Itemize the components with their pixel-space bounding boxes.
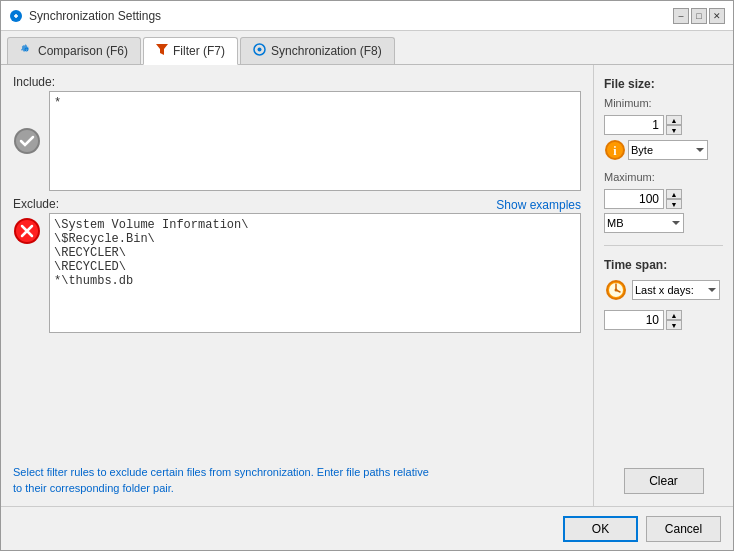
content-area: Include: * Exclude: Show exa	[1, 65, 733, 506]
ok-button[interactable]: OK	[563, 516, 638, 542]
exclude-section: Exclude: Show examples \System Volume In…	[13, 197, 581, 457]
svg-point-3	[258, 48, 262, 52]
tab-sync-label: Synchronization (F8)	[271, 44, 382, 58]
svg-marker-1	[156, 44, 168, 55]
timespan-select[interactable]: Last x days: Last x hours: None	[632, 280, 720, 300]
check-circle-icon	[13, 127, 41, 155]
timespan-num-input[interactable]	[604, 310, 664, 330]
x-circle-icon	[13, 217, 41, 245]
app-icon	[9, 9, 23, 23]
title-bar: Synchronization Settings – □ ✕	[1, 1, 733, 31]
timespan-spin-down[interactable]: ▼	[666, 320, 682, 330]
spacer	[604, 334, 723, 464]
exclude-label: Exclude:	[13, 197, 59, 211]
tab-synchronization[interactable]: Synchronization (F8)	[240, 37, 395, 64]
bottom-bar: OK Cancel	[1, 506, 733, 550]
minimum-unit-select[interactable]: Byte KB MB GB	[628, 140, 708, 160]
clock-icon	[604, 278, 628, 302]
hint-text: Select filter rules to exclude certain f…	[13, 465, 581, 496]
include-section: Include: *	[13, 75, 581, 191]
maximum-spin-buttons: ▲ ▼	[666, 189, 682, 209]
exclude-content: \System Volume Information\ \$Recycle.Bi…	[13, 213, 581, 457]
cancel-button[interactable]: Cancel	[646, 516, 721, 542]
sync-gear-icon	[253, 43, 266, 59]
minimum-unit-row: i Byte KB MB GB	[604, 139, 723, 161]
tab-comparison[interactable]: Comparison (F6)	[7, 37, 141, 64]
window-title: Synchronization Settings	[29, 9, 161, 23]
file-size-label: File size:	[604, 77, 723, 91]
minimum-spin-buttons: ▲ ▼	[666, 115, 682, 135]
maximum-label: Maximum:	[604, 171, 723, 183]
right-panel: File size: Minimum: ▲ ▼ i Byte KB MB	[593, 65, 733, 506]
clear-button[interactable]: Clear	[624, 468, 704, 494]
maximum-spin-down[interactable]: ▼	[666, 199, 682, 209]
timespan-row: Last x days: Last x hours: None	[604, 278, 723, 302]
tab-comparison-label: Comparison (F6)	[38, 44, 128, 58]
exclude-header: Exclude: Show examples	[13, 197, 581, 213]
exclude-textarea[interactable]: \System Volume Information\ \$Recycle.Bi…	[49, 213, 581, 333]
exclude-icon-col	[13, 213, 45, 457]
svg-point-14	[615, 289, 618, 292]
include-label: Include:	[13, 75, 581, 89]
close-button[interactable]: ✕	[709, 8, 725, 24]
minimum-spin-down[interactable]: ▼	[666, 125, 682, 135]
timespan-num-row: ▲ ▼	[604, 310, 723, 330]
main-window: Synchronization Settings – □ ✕ Compariso…	[0, 0, 734, 551]
divider	[604, 245, 723, 246]
minimum-value-input[interactable]	[604, 115, 664, 135]
timespan-spin-up[interactable]: ▲	[666, 310, 682, 320]
title-bar-left: Synchronization Settings	[9, 9, 161, 23]
include-content: *	[13, 91, 581, 191]
filter-icon	[156, 43, 168, 59]
maximum-spin-row: ▲ ▼	[604, 189, 723, 209]
tab-bar: Comparison (F6) Filter (F7) Synchronizat…	[1, 31, 733, 65]
include-textarea[interactable]: *	[49, 91, 581, 191]
main-panel: Include: * Exclude: Show exa	[1, 65, 593, 506]
maximum-value-input[interactable]	[604, 189, 664, 209]
maximum-spin-up[interactable]: ▲	[666, 189, 682, 199]
show-examples-link[interactable]: Show examples	[496, 198, 581, 212]
minimum-spin-up[interactable]: ▲	[666, 115, 682, 125]
maximize-button[interactable]: □	[691, 8, 707, 24]
title-bar-controls: – □ ✕	[673, 8, 725, 24]
gear-icon	[20, 43, 33, 59]
maximum-unit-select[interactable]: Byte KB MB GB	[604, 213, 684, 233]
minimum-label: Minimum:	[604, 97, 723, 109]
svg-point-5	[16, 130, 38, 152]
tab-filter[interactable]: Filter (F7)	[143, 37, 238, 65]
minimize-button[interactable]: –	[673, 8, 689, 24]
tab-filter-label: Filter (F7)	[173, 44, 225, 58]
time-span-label: Time span:	[604, 258, 723, 272]
info-icon: i	[604, 139, 626, 161]
timespan-spin-buttons: ▲ ▼	[666, 310, 682, 330]
minimum-spin-row: ▲ ▼	[604, 115, 723, 135]
include-icon-col	[13, 91, 45, 191]
